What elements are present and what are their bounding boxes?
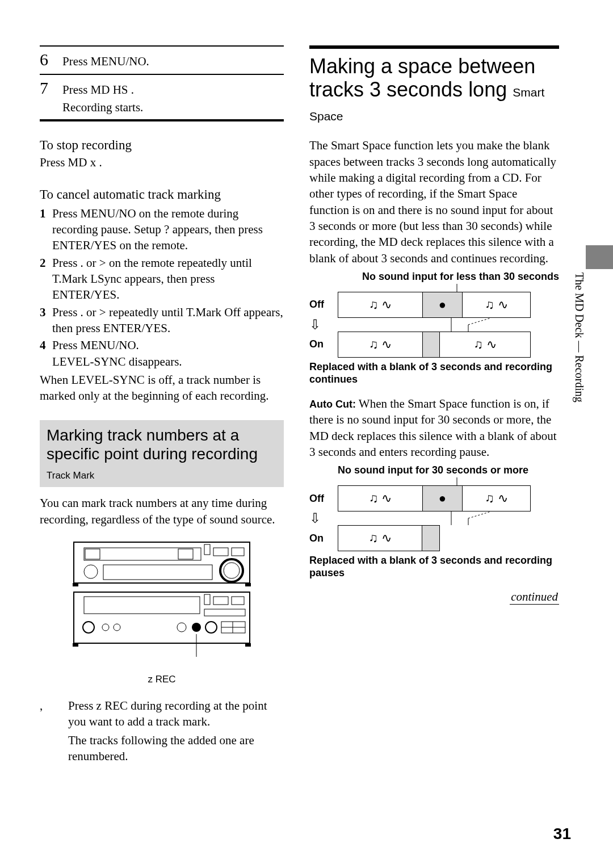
svg-point-23 bbox=[192, 623, 201, 632]
svg-line-37 bbox=[468, 511, 491, 518]
svg-rect-4 bbox=[204, 544, 210, 555]
svg-rect-29 bbox=[245, 643, 251, 647]
diagram-caption-bottom: Replaced with a blank of 3 seconds and r… bbox=[309, 361, 559, 385]
track-mark-box: Marking track numbers at a specific poin… bbox=[40, 420, 284, 488]
cancel-automatic-head: To cancel automatic track marking bbox=[40, 187, 284, 203]
auto-cut-label: Auto Cut: bbox=[309, 399, 356, 410]
step-subtext: Recording starts. bbox=[62, 100, 143, 115]
diagram-caption-top: No sound input for less than 30 seconds bbox=[338, 271, 559, 283]
track-mark-subtitle: Track Mark bbox=[47, 470, 94, 481]
instruction-text: Press z REC during recording at the poin… bbox=[68, 698, 284, 730]
thumb-index-tab bbox=[586, 245, 613, 269]
auto-cut-para: Auto Cut: When the Smart Space function … bbox=[309, 396, 559, 460]
svg-rect-6 bbox=[232, 548, 244, 556]
divider bbox=[40, 119, 284, 121]
step-marker: , bbox=[40, 698, 68, 764]
svg-rect-12 bbox=[245, 583, 251, 586]
step-text: Press MENU/NO. bbox=[62, 53, 149, 69]
svg-point-20 bbox=[102, 624, 109, 631]
down-arrow-icon: ⇩ bbox=[309, 511, 338, 525]
diagram-on-bar: ♫ ∿ ♫ ∿ bbox=[338, 332, 531, 358]
svg-rect-13 bbox=[74, 592, 250, 643]
svg-rect-5 bbox=[213, 548, 228, 556]
list-item: 2Press . or > on the remote repeatedly u… bbox=[40, 255, 284, 303]
svg-rect-2 bbox=[85, 549, 100, 559]
left-column: 6 Press MENU/NO. 7 Press MD HS . Recordi… bbox=[40, 45, 284, 765]
diagram-off-bar: ♫ ∿ ● ♫ ∿ bbox=[338, 485, 531, 511]
svg-point-19 bbox=[83, 622, 94, 633]
svg-rect-17 bbox=[232, 597, 244, 605]
diagram-on-label: On bbox=[309, 338, 338, 350]
step-number: 7 bbox=[40, 78, 62, 98]
list-item: 3Press . or > repeatedly until T.Mark Of… bbox=[40, 304, 284, 337]
svg-rect-18 bbox=[204, 609, 245, 616]
stop-recording-body: Press MD x . bbox=[40, 154, 284, 170]
svg-rect-28 bbox=[73, 643, 78, 647]
svg-point-21 bbox=[114, 624, 120, 631]
step-6: 6 Press MENU/NO. bbox=[40, 47, 284, 74]
svg-rect-16 bbox=[213, 597, 228, 605]
svg-point-10 bbox=[224, 563, 240, 578]
right-column: Making a space between tracks 3 seconds … bbox=[309, 45, 559, 765]
svg-rect-14 bbox=[84, 597, 200, 614]
diagram-on-label: On bbox=[309, 532, 338, 544]
svg-point-24 bbox=[205, 622, 217, 633]
section-title: Making a space between tracks 3 seconds … bbox=[309, 54, 559, 125]
track-mark-para: You can mark track numbers at any time d… bbox=[40, 495, 284, 527]
down-arrow-icon: ⇩ bbox=[309, 318, 338, 332]
svg-rect-11 bbox=[73, 583, 78, 586]
diagram-off-bar: ♫ ∿ ● ♫ ∿ bbox=[338, 292, 531, 318]
cancel-list: 1Press MENU/NO on the remote during reco… bbox=[40, 206, 284, 370]
step-text: Press MD HS . bbox=[62, 82, 143, 98]
rec-button-label: z REC bbox=[68, 674, 255, 685]
md-deck-diagram: z REC bbox=[68, 538, 255, 685]
list-item: 4Press MENU/NO. LEVEL-SYNC disappears. bbox=[40, 337, 284, 370]
continued-label: continued bbox=[510, 590, 559, 605]
diagram-off-label: Off bbox=[309, 493, 338, 505]
list-item: 1Press MENU/NO on the remote during reco… bbox=[40, 206, 284, 254]
cancel-tail: When LEVEL-SYNC is off, a track number i… bbox=[40, 372, 284, 404]
stop-recording-head: To stop recording bbox=[40, 137, 284, 154]
svg-rect-8 bbox=[103, 565, 212, 580]
step-number: 6 bbox=[40, 50, 62, 69]
svg-line-33 bbox=[468, 318, 491, 325]
svg-rect-3 bbox=[178, 549, 193, 559]
section-title-bar: Making a space between tracks 3 seconds … bbox=[309, 45, 559, 125]
diagram-off-label: Off bbox=[309, 299, 338, 311]
step-7: 7 Press MD HS . Recording starts. bbox=[40, 75, 284, 119]
svg-rect-15 bbox=[204, 594, 210, 605]
svg-point-7 bbox=[84, 565, 98, 578]
diagram-caption-top: No sound input for 30 seconds or more bbox=[338, 464, 559, 476]
diagram-caption-bottom: Replaced with a blank of 3 seconds and r… bbox=[309, 555, 559, 579]
page-number: 31 bbox=[553, 825, 571, 843]
svg-rect-1 bbox=[84, 548, 201, 560]
diagram-on-bar: ♫ ∿ bbox=[338, 525, 440, 551]
instruction-subtext: The tracks following the added one are r… bbox=[68, 732, 284, 765]
side-section-label: The MD Deck — Recording bbox=[573, 272, 586, 402]
track-mark-title: Marking track numbers at a specific poin… bbox=[47, 426, 277, 483]
smart-space-intro: The Smart Space function lets you make t… bbox=[309, 137, 559, 266]
instruction-step: , Press z REC during recording at the po… bbox=[40, 698, 284, 764]
svg-point-22 bbox=[177, 623, 186, 632]
smart-space-diagram-1: No sound input for less than 30 seconds … bbox=[309, 271, 559, 385]
smart-space-diagram-2: No sound input for 30 seconds or more Of… bbox=[309, 464, 559, 579]
